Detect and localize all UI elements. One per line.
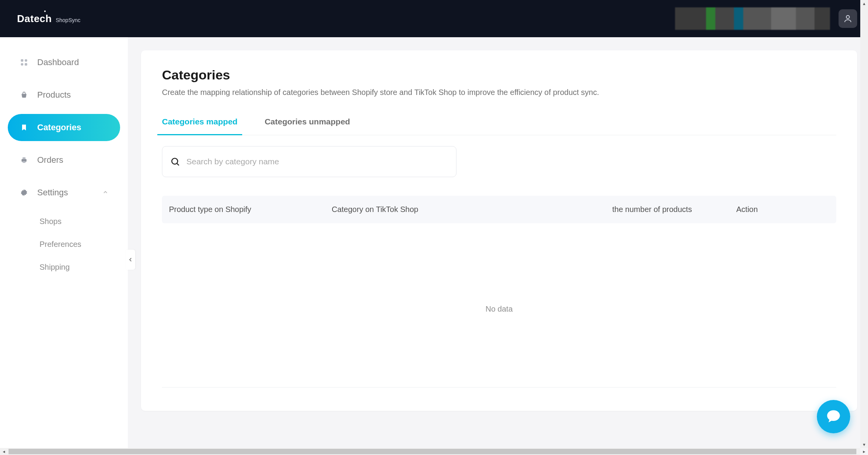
sidebar-subitem-shipping[interactable]: Shipping: [36, 257, 120, 277]
chat-button[interactable]: [817, 400, 850, 433]
sidebar-item-label: Settings: [37, 188, 68, 198]
table-col-product-count: the number of products: [612, 205, 736, 214]
brand-main-text: Datech: [17, 13, 52, 24]
brand-dot: [44, 10, 46, 12]
sidebar-collapse-button[interactable]: [126, 250, 135, 270]
svg-point-0: [846, 16, 849, 19]
settings-children: Shops Preferences Shipping: [8, 212, 120, 277]
sidebar-item-label: Products: [37, 90, 71, 100]
table-header: Product type on Shopify Category on TikT…: [162, 196, 836, 223]
sidebar-item-label: Categories: [37, 122, 81, 133]
sidebar-item-label: Dashboard: [37, 57, 79, 67]
search-box: [162, 146, 456, 177]
brand-main: Datech: [17, 13, 52, 25]
brand-sub: ShopSync: [56, 17, 81, 23]
gear-icon: [19, 188, 29, 197]
sidebar-item-products[interactable]: Products: [8, 81, 120, 109]
sidebar-item-settings[interactable]: Settings: [8, 179, 120, 206]
search-container: [162, 146, 836, 177]
brand-logo: Datech ShopSync: [17, 13, 81, 25]
horizontal-scrollbar[interactable]: ◂ ▸: [0, 448, 860, 455]
bookmark-icon: [19, 123, 29, 132]
main-content: Categories Create the mapping relationsh…: [128, 37, 868, 448]
svg-rect-3: [21, 63, 23, 65]
svg-rect-1: [21, 59, 23, 62]
scroll-thumb[interactable]: [9, 449, 856, 454]
vertical-scrollbar[interactable]: ▴ ▾: [860, 0, 868, 448]
sidebar-subitem-preferences[interactable]: Preferences: [36, 234, 120, 254]
sidebar-item-orders[interactable]: Orders: [8, 146, 120, 174]
table-col-action: Action: [736, 205, 829, 214]
search-input[interactable]: [186, 157, 448, 166]
header-right: [675, 7, 857, 30]
chevron-up-icon: [102, 188, 108, 198]
sidebar: Dashboard Products Categories Orders Set: [0, 37, 128, 448]
scroll-left-arrow[interactable]: ◂: [0, 448, 8, 455]
svg-rect-2: [25, 59, 27, 62]
page-title: Categories: [162, 67, 836, 83]
empty-state: No data: [162, 223, 836, 387]
svg-rect-6: [22, 157, 25, 159]
sidebar-item-categories[interactable]: Categories: [8, 114, 120, 141]
svg-rect-7: [22, 161, 25, 163]
scroll-down-arrow[interactable]: ▾: [860, 441, 868, 448]
grid-icon: [19, 58, 29, 67]
table-col-tiktok-category: Category on TikTok Shop: [332, 205, 612, 214]
sidebar-item-label: Orders: [37, 155, 63, 165]
redacted-strip: [675, 7, 830, 30]
scroll-right-arrow[interactable]: ▸: [860, 448, 868, 455]
user-button[interactable]: [839, 9, 857, 28]
chat-icon: [825, 408, 842, 425]
sidebar-subitem-label: Preferences: [40, 240, 81, 248]
tab-categories-unmapped[interactable]: Categories unmapped: [265, 110, 350, 135]
sidebar-subitem-label: Shops: [40, 217, 62, 226]
tab-categories-mapped[interactable]: Categories mapped: [162, 110, 238, 135]
page-description: Create the mapping relationship of categ…: [162, 88, 836, 97]
scroll-up-arrow[interactable]: ▴: [860, 0, 868, 7]
printer-icon: [19, 155, 29, 165]
svg-line-10: [177, 164, 179, 165]
app-header: Datech ShopSync: [0, 0, 868, 37]
svg-rect-4: [25, 63, 27, 65]
panel-divider: [162, 387, 836, 388]
sidebar-subitem-label: Shipping: [40, 263, 70, 271]
tab-label: Categories mapped: [162, 117, 238, 126]
sidebar-item-dashboard[interactable]: Dashboard: [8, 49, 120, 76]
table-col-product-type: Product type on Shopify: [169, 205, 332, 214]
tabs: Categories mapped Categories unmapped: [162, 110, 836, 135]
user-icon: [843, 14, 852, 23]
content-panel: Categories Create the mapping relationsh…: [141, 50, 857, 411]
basket-icon: [19, 90, 29, 100]
chevron-left-icon: [128, 257, 133, 262]
svg-point-9: [172, 158, 177, 164]
sidebar-subitem-shops[interactable]: Shops: [36, 212, 120, 231]
tab-label: Categories unmapped: [265, 117, 350, 126]
search-icon: [170, 157, 180, 167]
